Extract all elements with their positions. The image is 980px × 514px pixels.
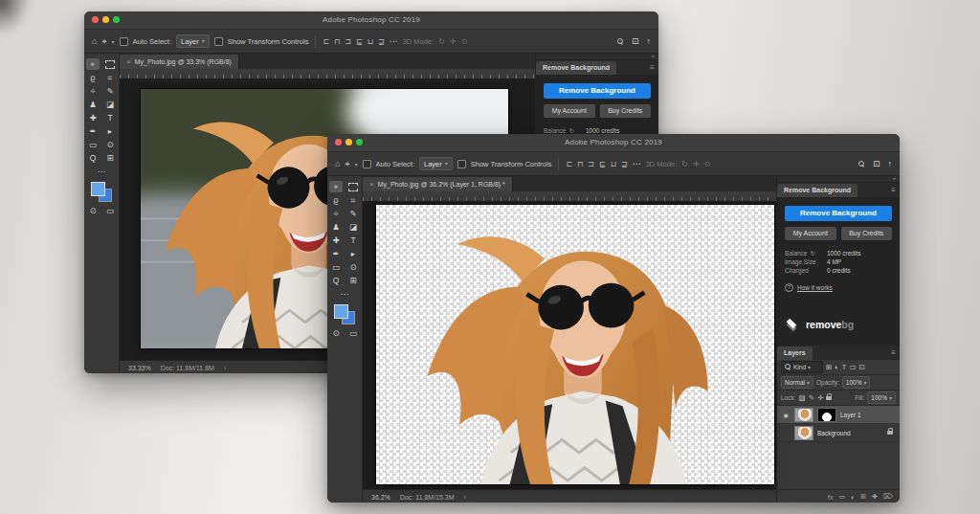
quick-mask-icon[interactable]: ⊙ bbox=[86, 205, 100, 216]
tool-caret-icon[interactable]: ▾ bbox=[355, 161, 358, 168]
share-icon[interactable]: ↑ bbox=[647, 37, 652, 46]
photo-canvas-transparent[interactable] bbox=[376, 205, 774, 484]
shape-tool[interactable]: ▭ bbox=[329, 261, 343, 273]
panel-collapse-strip[interactable]: « bbox=[777, 176, 900, 183]
zoom-tool[interactable]: Q bbox=[329, 275, 343, 286]
crop-tool[interactable]: ⌗ bbox=[346, 194, 360, 206]
layer-name[interactable]: Background bbox=[817, 430, 851, 436]
smudge-tool[interactable]: ⊙ bbox=[346, 261, 360, 273]
minimize-window-button[interactable] bbox=[345, 139, 352, 145]
my-account-button[interactable]: My Account bbox=[785, 227, 836, 240]
align-bottom-icon[interactable]: ⊒ bbox=[378, 37, 385, 46]
panel-menu-icon[interactable]: ≡ bbox=[650, 63, 655, 72]
layer-row-layer1[interactable]: ◉ Layer 1 bbox=[777, 406, 900, 424]
quick-mask-icon[interactable]: ⊙ bbox=[329, 327, 343, 339]
delete-layer-icon[interactable]: ⌦ bbox=[883, 493, 893, 501]
align-top-icon[interactable]: ⊑ bbox=[356, 37, 363, 46]
blend-mode-dropdown[interactable]: Normal▾ bbox=[781, 376, 813, 389]
remove-background-button[interactable]: Remove Background bbox=[785, 206, 892, 221]
workspace-layout-icon[interactable]: ⊡ bbox=[873, 160, 880, 168]
search-icon[interactable] bbox=[617, 38, 624, 45]
buy-credits-button[interactable]: Buy Credits bbox=[841, 227, 893, 240]
brush-tool[interactable]: ✎ bbox=[346, 208, 360, 219]
filter-adjustment-icon[interactable]: ◐ bbox=[835, 363, 839, 371]
panel-collapse-strip[interactable]: « bbox=[536, 54, 658, 60]
lock-transparency-icon[interactable]: ▨ bbox=[799, 393, 806, 402]
layer-name[interactable]: Layer 1 bbox=[840, 412, 861, 418]
align-center-icon[interactable]: ⊓ bbox=[577, 160, 583, 168]
type-tool[interactable]: T bbox=[346, 235, 360, 246]
status-chevron-icon[interactable]: › bbox=[464, 494, 466, 501]
zoom-window-button[interactable] bbox=[113, 16, 120, 23]
document-tab[interactable]: × My_Photo.jpg @ 36.2% (Layer 1, RGB/8) … bbox=[363, 177, 513, 191]
auto-select-dropdown[interactable]: Layer▾ bbox=[419, 157, 453, 170]
lock-position-icon[interactable]: ✛ bbox=[817, 393, 823, 402]
edit-toolbar-icon[interactable]: ⋯ bbox=[338, 288, 351, 300]
quick-selection-tool[interactable]: ✧ bbox=[329, 208, 343, 219]
filter-pixel-icon[interactable]: ⊞ bbox=[826, 363, 832, 371]
add-mask-icon[interactable]: ▭ bbox=[838, 493, 845, 501]
auto-select-dropdown[interactable]: Layer▾ bbox=[176, 34, 210, 48]
screen-mode-icon[interactable]: ▭ bbox=[346, 327, 360, 339]
minimize-window-button[interactable] bbox=[102, 16, 109, 23]
move-tool-options-icon[interactable]: ⌖ bbox=[345, 160, 349, 168]
clone-stamp-tool[interactable]: ♟ bbox=[86, 99, 100, 110]
visibility-eye-icon[interactable]: ◉ bbox=[781, 412, 791, 418]
path-select-tool[interactable]: ▸ bbox=[346, 248, 360, 259]
align-bottom-icon[interactable]: ⊒ bbox=[621, 160, 628, 168]
lasso-tool[interactable]: ϱ bbox=[329, 194, 343, 206]
background-thumbnail[interactable] bbox=[794, 426, 813, 440]
layers-tab[interactable]: Layers bbox=[777, 346, 813, 360]
healing-brush-tool[interactable]: ✚ bbox=[329, 235, 343, 246]
align-center-icon[interactable]: ⊓ bbox=[334, 37, 340, 46]
align-right-icon[interactable]: ⊐ bbox=[345, 37, 351, 46]
lasso-tool[interactable]: ϱ bbox=[86, 72, 100, 83]
show-transform-checkbox[interactable] bbox=[214, 37, 223, 46]
edit-toolbar-icon[interactable]: ⋯ bbox=[95, 166, 108, 177]
search-icon[interactable] bbox=[858, 161, 865, 168]
type-tool[interactable]: T bbox=[103, 112, 117, 123]
align-middle-icon[interactable]: ⊔ bbox=[611, 160, 616, 168]
refresh-icon[interactable]: ↻ bbox=[811, 249, 815, 257]
marquee-tool[interactable] bbox=[103, 58, 117, 70]
clone-stamp-tool[interactable]: ♟ bbox=[329, 221, 343, 233]
align-left-icon[interactable]: ⊏ bbox=[566, 160, 572, 168]
auto-select-checkbox[interactable] bbox=[363, 160, 371, 168]
screen-mode-icon[interactable]: ▭ bbox=[103, 205, 117, 216]
layer-effects-icon[interactable]: fx bbox=[828, 494, 833, 501]
shape-tool[interactable]: ▭ bbox=[86, 139, 100, 150]
move-tool-options-icon[interactable]: ⌖ bbox=[101, 37, 106, 46]
document-tab[interactable]: × My_Photo.jpg @ 33.3% (RGB/8) bbox=[120, 55, 239, 69]
close-window-button[interactable] bbox=[335, 139, 342, 145]
adjustment-layer-icon[interactable]: ◐ bbox=[851, 494, 855, 501]
buy-credits-button[interactable]: Buy Credits bbox=[600, 104, 652, 118]
panel-menu-icon[interactable]: ≡ bbox=[891, 186, 896, 194]
brush-tool[interactable]: ✎ bbox=[103, 85, 117, 97]
opacity-dropdown[interactable]: 100%▾ bbox=[842, 376, 871, 389]
show-transform-checkbox[interactable] bbox=[457, 160, 466, 168]
workspace-layout-icon[interactable]: ⊡ bbox=[632, 37, 639, 46]
path-select-tool[interactable]: ▸ bbox=[103, 125, 117, 137]
how-it-works-link[interactable]: How it works bbox=[797, 284, 833, 291]
new-group-icon[interactable]: ⊞ bbox=[860, 493, 866, 501]
align-top-icon[interactable]: ⊑ bbox=[599, 160, 606, 168]
auto-select-checkbox[interactable] bbox=[120, 37, 128, 46]
filter-smart-icon[interactable]: ⊡ bbox=[859, 363, 865, 371]
zoom-level[interactable]: 36.2% bbox=[371, 494, 390, 501]
align-middle-icon[interactable]: ⊔ bbox=[368, 37, 373, 46]
close-tab-icon[interactable]: × bbox=[369, 180, 374, 189]
filter-shape-icon[interactable]: ▭ bbox=[849, 363, 856, 371]
layers-panel-menu-icon[interactable]: ≡ bbox=[891, 348, 896, 357]
home-icon[interactable]: ⌂ bbox=[92, 37, 97, 46]
title-bar[interactable]: Adobe Photoshop CC 2019 bbox=[327, 134, 900, 152]
layer-row-background[interactable]: Background bbox=[777, 424, 900, 442]
align-left-icon[interactable]: ⊏ bbox=[323, 37, 329, 46]
status-chevron-icon[interactable]: › bbox=[224, 365, 226, 371]
lock-all-icon[interactable] bbox=[826, 396, 832, 400]
layer1-thumbnail[interactable] bbox=[794, 408, 813, 422]
new-layer-icon[interactable]: ✚ bbox=[872, 493, 878, 501]
crop-tool[interactable]: ⌗ bbox=[103, 72, 117, 83]
layer1-mask-thumbnail[interactable] bbox=[817, 408, 836, 422]
home-icon[interactable]: ⌂ bbox=[335, 160, 340, 168]
share-icon[interactable]: ↑ bbox=[888, 160, 893, 168]
